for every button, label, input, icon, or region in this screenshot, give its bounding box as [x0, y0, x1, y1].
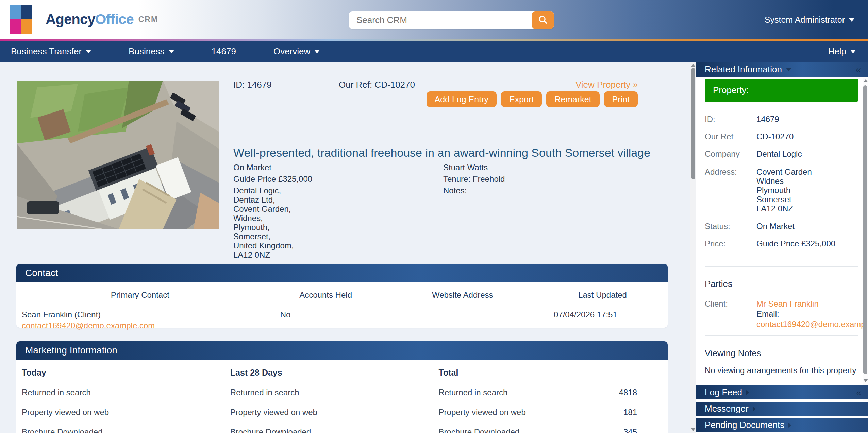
client-link[interactable]: Mr Sean Franklin [756, 299, 819, 308]
messenger-section[interactable]: Messenger [696, 401, 868, 416]
side-field-status: Status: On Market [705, 222, 730, 231]
main-nav: Business Transfer Business 14679 Overvie… [0, 41, 868, 62]
brand-name: AgencyOffice [46, 11, 134, 28]
chevron-right-icon [746, 390, 749, 395]
property-id: ID: 14679 [233, 80, 272, 90]
contact-col-accounts: Accounts Held [264, 282, 388, 300]
sidebar-scrollbar-thumb[interactable] [863, 85, 867, 374]
contact-col-primary: Primary Contact [16, 282, 264, 300]
divider [233, 142, 638, 142]
chevron-right-icon [753, 406, 756, 411]
property-agent: Stuart Watts [443, 163, 505, 172]
scroll-down-icon[interactable] [691, 428, 696, 431]
property-ref: Our Ref: CD-10270 [339, 80, 415, 90]
side-field-ourref: Our Ref CD-10270 [705, 132, 733, 141]
collapse-panel-icon: « [856, 388, 861, 397]
nav-help[interactable]: Help [828, 46, 868, 57]
property-status: On Market [233, 163, 312, 172]
scroll-up-icon[interactable] [691, 64, 696, 67]
contact-website [388, 300, 537, 319]
marketing-col-last28: Last 28 Days Returned in search Property… [225, 360, 433, 433]
main-scrollbar[interactable] [690, 62, 696, 433]
chevron-right-icon [788, 423, 791, 428]
contact-col-updated: Last Updated [537, 282, 668, 300]
marketing-section: Marketing Information Today Returned in … [16, 341, 668, 433]
chevron-down-icon [169, 50, 174, 53]
side-field-price: Price: Guide Price £325,000 [705, 239, 725, 248]
related-info-header[interactable]: Related Information « [696, 62, 868, 77]
scroll-down-icon[interactable] [863, 379, 868, 382]
nav-record-id[interactable]: 14679 [212, 46, 236, 57]
add-log-entry-button[interactable]: Add Log Entry [427, 91, 497, 107]
contact-section-header: Contact [16, 264, 668, 282]
client-email-link[interactable]: contact169420@demo.example.com [756, 319, 868, 329]
property-badge: Property: [705, 79, 858, 102]
brand-logo-icon [10, 5, 32, 34]
contact-last-updated: 07/04/2026 17:51 [537, 300, 668, 319]
chevron-down-icon [849, 18, 854, 22]
property-details-right: Stuart Watts Tenure: Freehold Notes: [443, 163, 505, 197]
email-label: Email: [756, 309, 779, 318]
contact-accounts-held: No [264, 300, 388, 319]
nav-overview[interactable]: Overview [273, 46, 320, 57]
pending-documents-section[interactable]: Pending Documents [696, 417, 868, 432]
view-property-link[interactable]: View Property » [575, 80, 638, 90]
viewing-notes-text: No viewing arrangements for this propert… [705, 366, 856, 375]
chevron-down-icon [86, 50, 91, 53]
chevron-down-icon [786, 68, 791, 71]
collapse-panel-icon[interactable]: « [855, 65, 861, 75]
chevron-down-icon [314, 50, 320, 53]
user-menu[interactable]: System Administrator [765, 15, 854, 25]
marketing-col-today: Today Returned in search Property viewed… [16, 360, 225, 433]
total-brochure-downloaded: 345 [623, 427, 637, 433]
property-details-left: On Market Guide Price £325,000 Dental Lo… [233, 163, 312, 272]
nav-business-transfer[interactable]: Business Transfer [11, 46, 91, 57]
property-title: Well-presented, traditional freehouse in… [233, 146, 650, 159]
user-menu-label: System Administrator [765, 15, 845, 25]
viewing-notes-title: Viewing Notes [705, 348, 761, 359]
divider [705, 335, 858, 336]
main-scrollbar-thumb[interactable] [691, 68, 695, 179]
side-field-id: ID: 14679 [705, 115, 715, 124]
accent-strip [0, 39, 868, 41]
nav-business[interactable]: Business [129, 46, 174, 57]
remarket-button[interactable]: Remarket [546, 91, 599, 107]
sidebar-scrollbar[interactable] [863, 78, 868, 431]
side-field-address: Address: Covent Garden Widnes Plymouth S… [705, 167, 737, 177]
total-property-viewed: 181 [623, 408, 637, 417]
marketing-table: Today Returned in search Property viewed… [16, 360, 668, 433]
scroll-up-icon[interactable] [863, 79, 868, 82]
print-button[interactable]: Print [604, 91, 638, 107]
log-feed-section[interactable]: Log Feed « [696, 385, 868, 399]
export-button[interactable]: Export [501, 91, 542, 107]
chevron-down-icon [850, 50, 856, 53]
search-button[interactable] [532, 11, 554, 29]
divider [705, 266, 858, 267]
total-returned-in-search: 4818 [619, 388, 637, 397]
search-input[interactable] [349, 11, 554, 29]
parties-title: Parties [705, 279, 732, 289]
side-field-company: Company Dental Logic [705, 149, 740, 159]
property-tenure: Tenure: Freehold [443, 174, 505, 184]
brand-suffix: CRM [138, 15, 158, 24]
property-notes-label: Notes: [443, 186, 505, 195]
side-field-client: Client: Mr Sean Franklin Email: contact1… [705, 299, 728, 309]
search-bar [349, 11, 554, 29]
main-content: ID: 14679 Our Ref: CD-10270 View Propert… [0, 62, 690, 433]
app-header: AgencyOffice CRM System Administrator [0, 0, 868, 39]
contact-col-website: Website Address [388, 282, 537, 300]
contact-table: Primary Contact Accounts Held Website Ad… [16, 282, 668, 330]
contact-name: Sean Franklin (Client) [16, 300, 264, 319]
brand-logo[interactable]: AgencyOffice CRM [10, 5, 158, 34]
property-photo[interactable] [17, 81, 219, 229]
property-price: Guide Price £325,000 [233, 174, 312, 184]
related-info-panel: Related Information « Property: ID: 1467… [696, 62, 868, 433]
marketing-col-total: Total Returned in search4818 Property vi… [433, 360, 668, 433]
contact-email-link[interactable]: contact169420@demo.example.com [16, 319, 668, 330]
property-summary: ID: 14679 Our Ref: CD-10270 View Propert… [233, 80, 638, 91]
search-icon [538, 15, 548, 26]
contact-section: Contact Primary Contact Accounts Held We… [16, 264, 668, 328]
marketing-section-header: Marketing Information [16, 341, 668, 360]
